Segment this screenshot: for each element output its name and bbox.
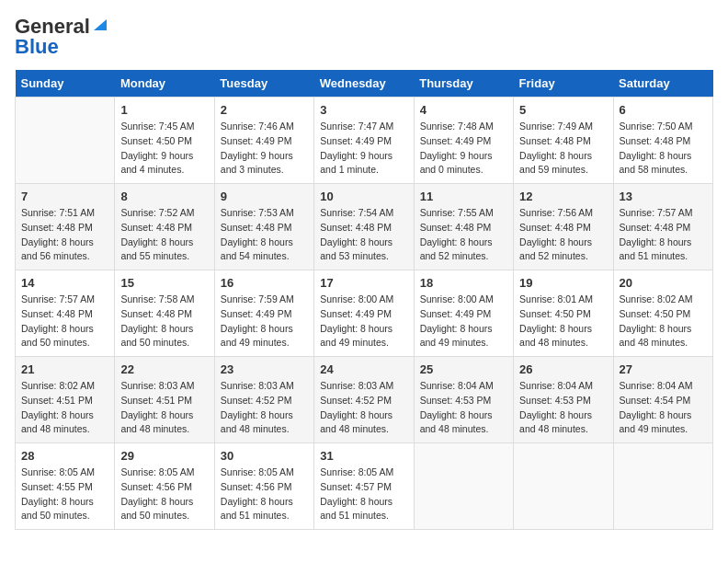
day-info: Sunrise: 8:02 AMSunset: 4:51 PMDaylight:… — [21, 379, 108, 437]
day-number: 7 — [21, 190, 108, 203]
logo: General Blue — [15, 15, 108, 59]
day-number: 1 — [120, 103, 208, 117]
calendar-cell: 19Sunrise: 8:01 AMSunset: 4:50 PMDayligh… — [514, 270, 613, 357]
day-number: 13 — [620, 190, 707, 203]
day-of-week-header: Saturday — [613, 70, 712, 98]
calendar-cell: 5Sunrise: 7:49 AMSunset: 4:48 PMDaylight… — [514, 98, 613, 184]
calendar-cell: 20Sunrise: 8:02 AMSunset: 4:50 PMDayligh… — [613, 270, 712, 357]
day-info: Sunrise: 8:03 AMSunset: 4:52 PMDaylight:… — [320, 379, 407, 437]
day-number: 12 — [519, 190, 607, 203]
day-info: Sunrise: 7:51 AMSunset: 4:48 PMDaylight:… — [21, 206, 108, 264]
calendar-cell: 28Sunrise: 8:05 AMSunset: 4:55 PMDayligh… — [16, 443, 115, 530]
day-info: Sunrise: 8:05 AMSunset: 4:56 PMDaylight:… — [221, 465, 308, 523]
day-number: 17 — [320, 276, 407, 290]
day-number: 14 — [21, 276, 108, 290]
day-of-week-header: Sunday — [16, 70, 115, 98]
day-of-week-header: Tuesday — [214, 70, 313, 98]
calendar-cell: 3Sunrise: 7:47 AMSunset: 4:49 PMDaylight… — [314, 98, 414, 184]
calendar-cell: 26Sunrise: 8:04 AMSunset: 4:53 PMDayligh… — [514, 357, 613, 443]
day-info: Sunrise: 7:49 AMSunset: 4:48 PMDaylight:… — [519, 120, 607, 178]
day-number: 26 — [519, 362, 607, 376]
calendar-table: SundayMondayTuesdayWednesdayThursdayFrid… — [15, 70, 713, 530]
day-info: Sunrise: 8:01 AMSunset: 4:50 PMDaylight:… — [519, 293, 607, 350]
logo-triangle-icon — [92, 17, 108, 32]
day-number: 24 — [320, 362, 407, 376]
calendar-cell: 10Sunrise: 7:54 AMSunset: 4:48 PMDayligh… — [314, 184, 414, 270]
logo-blue: Blue — [15, 35, 59, 59]
page-header: General Blue — [15, 15, 713, 59]
day-info: Sunrise: 7:50 AMSunset: 4:48 PMDaylight:… — [620, 120, 707, 178]
calendar-header-row: SundayMondayTuesdayWednesdayThursdayFrid… — [16, 70, 713, 98]
day-info: Sunrise: 8:04 AMSunset: 4:53 PMDaylight:… — [519, 379, 607, 437]
day-number: 9 — [221, 190, 308, 203]
day-info: Sunrise: 7:55 AMSunset: 4:48 PMDaylight:… — [420, 206, 507, 264]
calendar-cell: 25Sunrise: 8:04 AMSunset: 4:53 PMDayligh… — [414, 357, 513, 443]
day-of-week-header: Friday — [514, 70, 613, 98]
calendar-cell: 22Sunrise: 8:03 AMSunset: 4:51 PMDayligh… — [115, 357, 214, 443]
day-of-week-header: Monday — [115, 70, 214, 98]
day-number: 5 — [519, 103, 607, 117]
calendar-cell: 30Sunrise: 8:05 AMSunset: 4:56 PMDayligh… — [214, 443, 313, 530]
day-info: Sunrise: 8:05 AMSunset: 4:56 PMDaylight:… — [120, 465, 208, 523]
day-number: 27 — [620, 362, 707, 376]
day-info: Sunrise: 7:52 AMSunset: 4:48 PMDaylight:… — [120, 206, 208, 264]
day-info: Sunrise: 7:57 AMSunset: 4:48 PMDaylight:… — [620, 206, 707, 264]
day-number: 28 — [21, 449, 108, 463]
day-info: Sunrise: 7:53 AMSunset: 4:48 PMDaylight:… — [221, 206, 308, 264]
calendar-cell: 13Sunrise: 7:57 AMSunset: 4:48 PMDayligh… — [613, 184, 712, 270]
day-number: 30 — [221, 449, 308, 463]
calendar-cell: 24Sunrise: 8:03 AMSunset: 4:52 PMDayligh… — [314, 357, 414, 443]
day-info: Sunrise: 8:03 AMSunset: 4:51 PMDaylight:… — [120, 379, 208, 437]
calendar-cell: 6Sunrise: 7:50 AMSunset: 4:48 PMDaylight… — [613, 98, 712, 184]
calendar-cell: 21Sunrise: 8:02 AMSunset: 4:51 PMDayligh… — [16, 357, 115, 443]
calendar-cell: 31Sunrise: 8:05 AMSunset: 4:57 PMDayligh… — [314, 443, 414, 530]
calendar-week-row: 21Sunrise: 8:02 AMSunset: 4:51 PMDayligh… — [16, 357, 713, 443]
day-info: Sunrise: 8:00 AMSunset: 4:49 PMDaylight:… — [420, 293, 507, 350]
calendar-cell — [414, 443, 513, 530]
calendar-week-row: 28Sunrise: 8:05 AMSunset: 4:55 PMDayligh… — [16, 443, 713, 530]
day-number: 18 — [420, 276, 507, 290]
calendar-cell: 18Sunrise: 8:00 AMSunset: 4:49 PMDayligh… — [414, 270, 513, 357]
calendar-cell: 14Sunrise: 7:57 AMSunset: 4:48 PMDayligh… — [16, 270, 115, 357]
calendar-week-row: 14Sunrise: 7:57 AMSunset: 4:48 PMDayligh… — [16, 270, 713, 357]
calendar-cell: 9Sunrise: 7:53 AMSunset: 4:48 PMDaylight… — [214, 184, 313, 270]
day-number: 21 — [21, 362, 108, 376]
day-info: Sunrise: 8:05 AMSunset: 4:55 PMDaylight:… — [21, 465, 108, 523]
day-info: Sunrise: 8:05 AMSunset: 4:57 PMDaylight:… — [320, 465, 407, 523]
calendar-cell: 4Sunrise: 7:48 AMSunset: 4:49 PMDaylight… — [414, 98, 513, 184]
calendar-cell: 15Sunrise: 7:58 AMSunset: 4:48 PMDayligh… — [115, 270, 214, 357]
day-info: Sunrise: 7:57 AMSunset: 4:48 PMDaylight:… — [21, 293, 108, 350]
calendar-week-row: 1Sunrise: 7:45 AMSunset: 4:50 PMDaylight… — [16, 98, 713, 184]
calendar-cell: 7Sunrise: 7:51 AMSunset: 4:48 PMDaylight… — [16, 184, 115, 270]
day-number: 4 — [420, 103, 507, 117]
day-info: Sunrise: 7:47 AMSunset: 4:49 PMDaylight:… — [320, 120, 407, 178]
calendar-cell: 27Sunrise: 8:04 AMSunset: 4:54 PMDayligh… — [613, 357, 712, 443]
day-number: 3 — [320, 103, 407, 117]
day-info: Sunrise: 8:04 AMSunset: 4:53 PMDaylight:… — [420, 379, 507, 437]
calendar-cell: 11Sunrise: 7:55 AMSunset: 4:48 PMDayligh… — [414, 184, 513, 270]
calendar-cell: 17Sunrise: 8:00 AMSunset: 4:49 PMDayligh… — [314, 270, 414, 357]
svg-marker-0 — [94, 19, 107, 30]
calendar-cell: 16Sunrise: 7:59 AMSunset: 4:49 PMDayligh… — [214, 270, 313, 357]
day-info: Sunrise: 7:45 AMSunset: 4:50 PMDaylight:… — [120, 120, 208, 178]
day-of-week-header: Wednesday — [314, 70, 414, 98]
day-number: 22 — [120, 362, 208, 376]
calendar-cell: 8Sunrise: 7:52 AMSunset: 4:48 PMDaylight… — [115, 184, 214, 270]
calendar-cell: 29Sunrise: 8:05 AMSunset: 4:56 PMDayligh… — [115, 443, 214, 530]
day-number: 23 — [221, 362, 308, 376]
day-info: Sunrise: 8:03 AMSunset: 4:52 PMDaylight:… — [221, 379, 308, 437]
calendar-cell: 2Sunrise: 7:46 AMSunset: 4:49 PMDaylight… — [214, 98, 313, 184]
day-info: Sunrise: 8:04 AMSunset: 4:54 PMDaylight:… — [620, 379, 707, 437]
calendar-cell — [16, 98, 115, 184]
day-number: 29 — [120, 449, 208, 463]
day-number: 15 — [120, 276, 208, 290]
day-number: 25 — [420, 362, 507, 376]
day-number: 16 — [221, 276, 308, 290]
day-info: Sunrise: 8:00 AMSunset: 4:49 PMDaylight:… — [320, 293, 407, 350]
day-number: 6 — [620, 103, 707, 117]
day-info: Sunrise: 7:48 AMSunset: 4:49 PMDaylight:… — [420, 120, 507, 178]
calendar-cell — [514, 443, 613, 530]
calendar-cell: 12Sunrise: 7:56 AMSunset: 4:48 PMDayligh… — [514, 184, 613, 270]
day-number: 20 — [620, 276, 707, 290]
day-info: Sunrise: 8:02 AMSunset: 4:50 PMDaylight:… — [620, 293, 707, 350]
